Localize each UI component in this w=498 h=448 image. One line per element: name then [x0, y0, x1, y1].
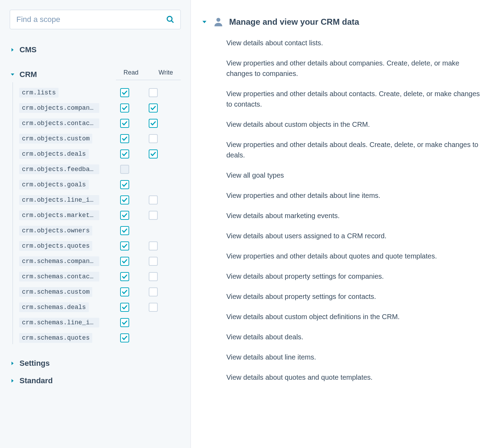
scope-row: crm.objects.feedbac… — [19, 163, 181, 176]
scope-name: crm.schemas.compani… — [19, 256, 99, 266]
column-read: Read — [122, 69, 140, 76]
category-label: CRM — [20, 70, 37, 79]
user-icon — [213, 17, 224, 27]
write-checkbox-placeholder — [149, 318, 158, 327]
read-checkbox[interactable] — [120, 303, 129, 312]
scope-checks — [120, 226, 181, 235]
scope-checks — [120, 134, 181, 143]
write-checkbox-placeholder — [149, 165, 158, 174]
write-checkbox[interactable] — [149, 195, 158, 204]
scope-checks — [120, 241, 181, 250]
chevron-right-icon — [10, 378, 15, 384]
scope-checks — [120, 211, 181, 220]
scope-checks — [120, 119, 181, 128]
category-settings[interactable]: Settings — [10, 357, 181, 370]
write-checkbox-placeholder — [149, 226, 158, 235]
scope-description: View details about users assigned to a C… — [226, 231, 488, 241]
scope-checks — [120, 165, 181, 174]
scope-selector-panel: CMS CRM Read Write crm.listscrm.objects.… — [0, 0, 191, 448]
chevron-down-icon — [201, 19, 208, 25]
scope-row: crm.objects.quotes — [19, 240, 181, 252]
category-label: Settings — [20, 359, 50, 368]
read-checkbox[interactable] — [120, 287, 129, 296]
read-checkbox[interactable] — [120, 149, 129, 159]
chevron-right-icon — [10, 361, 15, 366]
scope-description: View properties and other details about … — [226, 139, 488, 160]
read-checkbox[interactable] — [120, 272, 129, 281]
scope-row: crm.objects.deals — [19, 148, 181, 160]
scope-name: crm.schemas.contacts — [19, 272, 99, 281]
write-checkbox-placeholder — [149, 333, 158, 342]
read-checkbox[interactable] — [120, 333, 129, 342]
read-checkbox[interactable] — [120, 103, 129, 113]
scope-row: crm.schemas.compani… — [19, 255, 181, 268]
chevron-right-icon — [10, 47, 15, 53]
scope-checks — [120, 88, 181, 97]
scope-description: View details about custom objects in the… — [226, 119, 488, 130]
scope-description: View properties and other details about … — [226, 251, 488, 261]
search-input[interactable] — [10, 10, 181, 29]
read-checkbox[interactable] — [120, 134, 129, 143]
read-checkbox — [120, 165, 129, 174]
scope-description: View details about quotes and quote temp… — [226, 372, 488, 383]
write-checkbox[interactable] — [149, 287, 158, 296]
scope-name: crm.objects.compani… — [19, 103, 99, 113]
write-checkbox[interactable] — [149, 103, 158, 113]
scope-description: View details about contact lists. — [226, 38, 488, 48]
scope-description: View details about marketing events. — [226, 210, 488, 221]
scope-row: crm.schemas.line_it… — [19, 316, 181, 329]
scope-checks — [120, 272, 181, 281]
scope-name: crm.objects.line_it… — [19, 195, 99, 205]
read-checkbox[interactable] — [120, 241, 129, 250]
scope-checks — [120, 195, 181, 204]
scope-name: crm.schemas.quotes — [19, 333, 92, 343]
read-checkbox[interactable] — [120, 211, 129, 220]
scope-name: crm.objects.goals — [19, 180, 89, 190]
read-checkbox[interactable] — [120, 257, 129, 266]
category-label: Standard — [20, 376, 53, 385]
scope-checks — [120, 257, 181, 266]
category-crm[interactable]: CRM — [10, 70, 37, 79]
write-checkbox[interactable] — [149, 88, 158, 97]
write-checkbox[interactable] — [149, 149, 158, 159]
scope-row: crm.objects.owners — [19, 224, 181, 237]
write-checkbox[interactable] — [149, 211, 158, 220]
read-checkbox[interactable] — [120, 119, 129, 128]
read-checkbox[interactable] — [120, 180, 129, 189]
read-checkbox[interactable] — [120, 195, 129, 204]
detail-header[interactable]: Manage and view your CRM data — [201, 17, 488, 27]
scope-checks — [120, 180, 181, 189]
scope-row: crm.lists — [19, 86, 181, 99]
write-checkbox[interactable] — [149, 303, 158, 312]
write-checkbox[interactable] — [149, 119, 158, 128]
scope-description: View details about property settings for… — [226, 271, 488, 281]
write-checkbox[interactable] — [149, 134, 158, 143]
read-checkbox[interactable] — [120, 88, 129, 97]
search-wrapper — [10, 10, 181, 29]
description-list: View details about contact lists.View pr… — [201, 38, 488, 383]
category-cms[interactable]: CMS — [10, 43, 181, 56]
column-write: Write — [157, 69, 174, 76]
scope-detail-panel: Manage and view your CRM data View detai… — [191, 0, 498, 448]
scope-name: crm.schemas.line_it… — [19, 318, 99, 327]
scope-name: crm.objects.custom — [19, 134, 92, 144]
detail-title: Manage and view your CRM data — [229, 17, 359, 27]
scope-checks — [120, 303, 181, 312]
category-standard[interactable]: Standard — [10, 374, 181, 387]
scope-name: crm.lists — [19, 88, 59, 98]
scope-row: crm.objects.custom — [19, 132, 181, 145]
write-checkbox[interactable] — [149, 272, 158, 281]
chevron-down-icon — [10, 72, 15, 77]
write-checkbox-placeholder — [149, 180, 158, 189]
read-checkbox[interactable] — [120, 318, 129, 327]
scope-name: crm.schemas.deals — [19, 302, 89, 312]
write-checkbox[interactable] — [149, 241, 158, 250]
scope-name: crm.objects.owners — [19, 226, 92, 235]
scope-row: crm.schemas.contacts — [19, 270, 181, 283]
write-checkbox[interactable] — [149, 257, 158, 266]
scope-row: crm.schemas.custom — [19, 286, 181, 298]
scope-row: crm.objects.marketi… — [19, 209, 181, 222]
scope-description: View details about deals. — [226, 332, 488, 342]
svg-point-2 — [216, 18, 220, 22]
read-checkbox[interactable] — [120, 226, 129, 235]
